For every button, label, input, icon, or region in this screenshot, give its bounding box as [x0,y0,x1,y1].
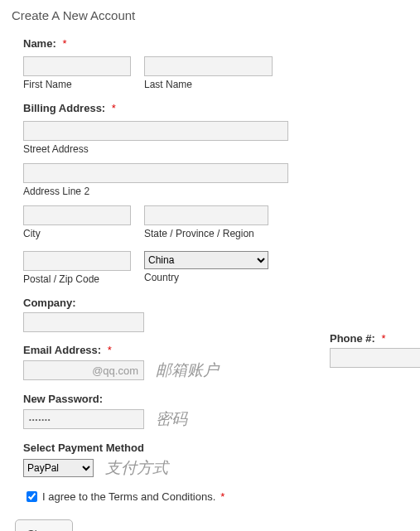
line2-sublabel: Address Line 2 [23,186,412,197]
payment-select[interactable]: PayPal [23,459,94,477]
password-label: New Password: [23,393,103,405]
state-sublabel: State / Province / Region [144,228,268,239]
last-name-input[interactable] [144,56,273,76]
terms-checkbox[interactable] [27,491,37,502]
company-input[interactable] [23,312,144,332]
phone-input[interactable] [330,348,420,368]
street-sublabel: Street Address [23,143,412,155]
signup-button[interactable]: Signup [15,519,73,531]
postal-input[interactable] [23,251,131,271]
required-marker: * [112,102,116,114]
state-input[interactable] [144,205,268,225]
name-label: Name: [23,37,56,50]
city-sublabel: City [23,228,131,239]
first-name-input[interactable] [23,56,131,76]
payment-annotation: 支付方式 [105,457,168,479]
required-marker: * [108,344,112,356]
street-input[interactable] [23,121,288,141]
required-marker: * [220,490,224,503]
terms-text: I agree to the Terms and Conditions. [42,490,215,503]
email-annotation: 邮箱账户 [156,360,219,381]
country-select[interactable]: China [144,251,268,269]
city-input[interactable] [23,205,131,225]
postal-sublabel: Postal / Zip Code [23,273,131,285]
required-marker: * [62,37,66,50]
password-annotation: 密码 [156,408,187,430]
line2-input[interactable] [23,163,288,183]
signup-form: Name: * First Name Last Name Billing Add… [8,37,412,531]
email-label: Email Address: [23,344,101,356]
payment-label: Select Payment Method [23,442,144,454]
email-input[interactable] [23,360,144,380]
password-input[interactable] [23,409,144,429]
first-name-sublabel: First Name [23,79,131,90]
country-sublabel: Country [144,272,268,283]
billing-label: Billing Address: [23,102,105,114]
company-label: Company: [23,297,76,309]
last-name-sublabel: Last Name [144,79,273,90]
required-marker: * [382,332,386,345]
page-title: Create A New Account [12,8,412,22]
phone-label: Phone #: [330,332,375,345]
